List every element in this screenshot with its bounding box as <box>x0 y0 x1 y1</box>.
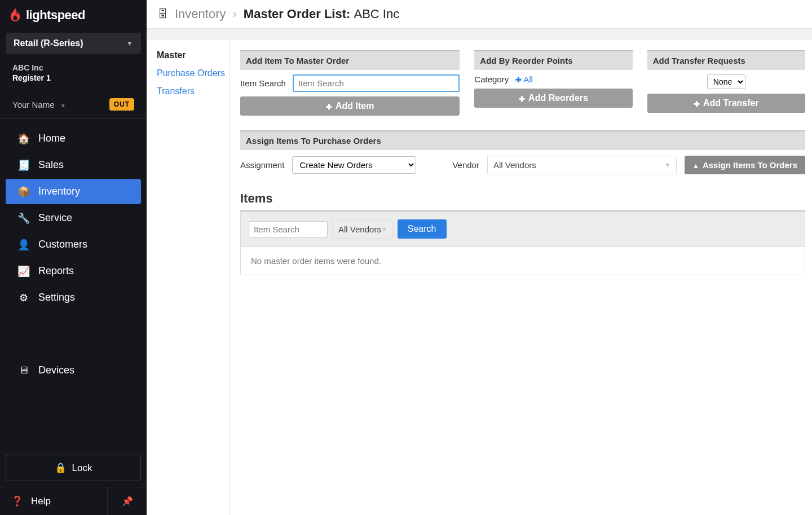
home-icon <box>18 133 29 144</box>
user-menu[interactable]: Your Name ▼ OUT <box>0 93 147 119</box>
help-row: Help <box>0 487 147 515</box>
nav-label: Customers <box>38 239 87 250</box>
vendor-label: Vendor <box>452 160 479 170</box>
settings-icon <box>18 292 29 303</box>
plus-icon <box>694 99 700 108</box>
company-block[interactable]: ABC Inc Register 1 <box>6 59 141 87</box>
button-label: Add Item <box>336 101 374 111</box>
workarea: Master Purchase Orders Transfers Add Ite… <box>147 29 812 515</box>
help-label: Help <box>31 496 51 507</box>
warning-icon <box>692 161 699 170</box>
nav-label: Inventory <box>38 186 80 197</box>
items-heading: Items <box>240 191 805 206</box>
items-search-row: All Vendors ▼ Search <box>241 212 805 247</box>
panel-assign-items: Assign Items To Purchase Orders Assignme… <box>240 130 805 180</box>
topbar: Inventory › Master Order List: ABC Inc <box>147 0 812 29</box>
lock-button[interactable]: Lock <box>6 455 141 481</box>
assignment-label: Assignment <box>240 160 284 170</box>
items-box: All Vendors ▼ Search No master order ite… <box>240 210 805 275</box>
panel-add-item: Add Item To Master Order Item Search Add… <box>240 50 460 116</box>
chevron-down-icon: ▼ <box>665 162 670 168</box>
status-badge[interactable]: OUT <box>109 98 134 111</box>
nav-service[interactable]: Service <box>6 205 141 231</box>
breadcrumb-separator: › <box>233 7 237 21</box>
assignment-select[interactable]: Create New Orders <box>292 156 416 174</box>
flame-icon <box>9 8 21 23</box>
vendor-dropdown[interactable]: All Vendors ▼ <box>487 156 677 174</box>
button-label: Assign Items To Orders <box>703 160 797 170</box>
assign-items-button[interactable]: Assign Items To Orders <box>685 156 805 174</box>
plus-icon <box>326 102 332 111</box>
nav-label: Sales <box>38 159 64 171</box>
inventory-icon <box>18 186 29 197</box>
panels-area: Add Item To Master Order Item Search Add… <box>230 40 812 515</box>
nav-label: Service <box>38 212 72 224</box>
panel-add-transfer: Add Transfer Requests None Add Transfer <box>647 50 805 116</box>
help-icon <box>11 495 23 507</box>
panel-header: Add Transfer Requests <box>647 50 805 70</box>
chevron-down-icon: ▼ <box>381 226 387 232</box>
items-empty-message: No master order items were found. <box>241 247 805 275</box>
nav-settings[interactable]: Settings <box>6 285 141 310</box>
brand-logo: lightspeed <box>0 0 147 30</box>
customers-icon <box>18 239 29 250</box>
breadcrumb-root[interactable]: Inventory <box>175 7 226 21</box>
items-vendor-dropdown[interactable]: All Vendors ▼ <box>332 220 393 239</box>
panel-header: Add By Reorder Points <box>474 50 632 70</box>
vendor-value: All Vendors <box>338 225 381 234</box>
category-all-link[interactable]: All <box>515 74 533 84</box>
nav-label: Devices <box>38 364 74 376</box>
sales-icon <box>18 160 29 171</box>
nav-sales[interactable]: Sales <box>6 152 141 178</box>
subnav-transfers[interactable]: Transfers <box>157 86 230 96</box>
transfer-select[interactable]: None <box>707 74 745 89</box>
company-name: ABC Inc <box>12 63 134 72</box>
nav-devices[interactable]: Devices <box>6 358 141 383</box>
add-reorders-button[interactable]: Add Reorders <box>474 89 632 108</box>
pin-icon <box>122 496 133 507</box>
plus-icon <box>519 94 525 103</box>
product-selector[interactable]: Retail (R-Series) ▼ <box>6 33 141 54</box>
panel-add-reorders: Add By Reorder Points Category All <box>474 50 632 116</box>
breadcrumb: Inventory › Master Order List: ABC Inc <box>158 7 801 21</box>
breadcrumb-root-icon <box>158 8 168 20</box>
help-button[interactable]: Help <box>0 487 107 515</box>
subnav-master[interactable]: Master <box>157 50 230 60</box>
add-transfer-button[interactable]: Add Transfer <box>647 94 805 113</box>
lock-label: Lock <box>72 463 92 474</box>
panel-header: Add Item To Master Order <box>240 50 460 70</box>
nav-label: Home <box>38 133 65 144</box>
user-name: Your Name <box>12 100 55 109</box>
panel-header: Assign Items To Purchase Orders <box>240 130 805 150</box>
category-label: Category <box>474 74 509 84</box>
item-search-label: Item Search <box>240 78 286 88</box>
add-item-button[interactable]: Add Item <box>240 96 460 116</box>
nav-inventory[interactable]: Inventory <box>6 179 141 204</box>
pin-button[interactable] <box>107 487 147 515</box>
devices-icon <box>18 365 29 376</box>
search-button[interactable]: Search <box>398 219 447 239</box>
button-label: Add Reorders <box>528 93 588 103</box>
sidebar: lightspeed Retail (R-Series) ▼ ABC Inc R… <box>0 0 147 515</box>
plus-icon <box>515 74 522 84</box>
caret-down-icon: ▼ <box>60 103 66 109</box>
breadcrumb-leaf: Master Order List: <box>244 7 351 21</box>
lock-icon <box>55 462 67 474</box>
button-label: Add Transfer <box>703 98 759 108</box>
item-search-input[interactable] <box>293 74 460 92</box>
chevron-down-icon: ▼ <box>126 39 133 47</box>
register-name: Register 1 <box>12 73 134 82</box>
subnav: Master Purchase Orders Transfers <box>147 40 230 515</box>
breadcrumb-context: ABC Inc <box>354 7 399 21</box>
link-label: All <box>523 74 533 84</box>
brand-name: lightspeed <box>26 8 85 23</box>
nav-reports[interactable]: Reports <box>6 258 141 284</box>
nav-home[interactable]: Home <box>6 126 141 151</box>
items-search-input[interactable] <box>249 221 328 237</box>
reports-icon <box>18 266 29 277</box>
subnav-purchase-orders[interactable]: Purchase Orders <box>157 68 230 78</box>
nav-label: Settings <box>38 292 75 303</box>
nav-customers[interactable]: Customers <box>6 232 141 257</box>
service-icon <box>18 213 29 224</box>
vendor-value: All Vendors <box>493 160 536 170</box>
